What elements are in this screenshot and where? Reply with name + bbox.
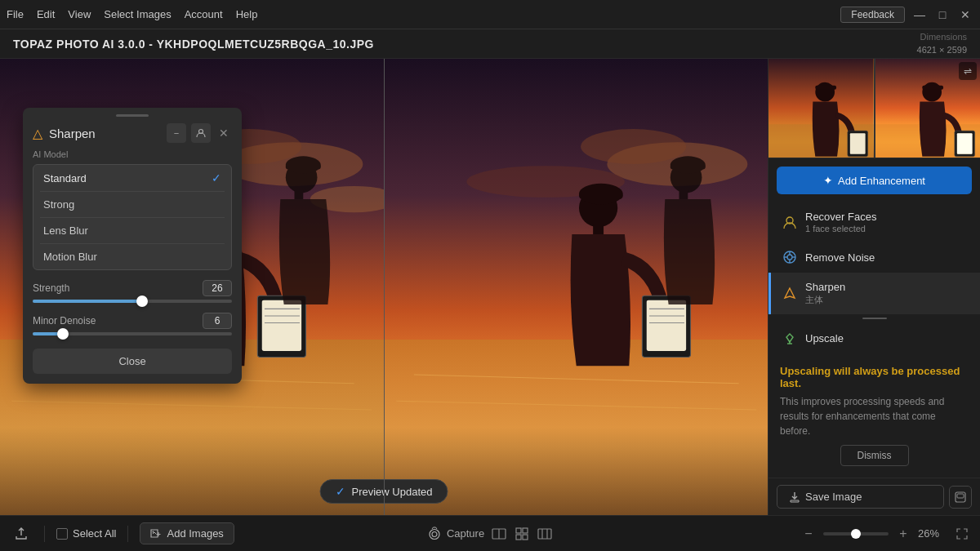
upscale-icon [782,331,797,345]
svg-point-51 [922,82,942,102]
menu-help[interactable]: Help [236,8,258,20]
toolbar-center: Capture [427,526,553,542]
recover-faces-name: Recover Faces [805,211,969,223]
enhancement-upscale[interactable]: Upscale [768,322,980,353]
zoom-slider[interactable] [823,532,889,535]
close-button[interactable]: ✕ [957,7,973,23]
panel-title: Sharpen [49,127,96,140]
app-title: TOPAZ PHOTO AI 3.0.0 - YKHDPOQLMETCUZ5RB… [13,38,374,51]
svg-point-20 [286,156,321,174]
zoom-minus-button[interactable]: − [800,526,817,542]
minimize-button[interactable]: — [911,7,928,23]
model-dropdown[interactable]: Standard ✓ Strong Lens Blur Motion Blur [33,164,232,270]
toolbar-right: − + 26% [553,526,970,542]
strength-label: Strength [33,282,69,294]
add-enhancement-button[interactable]: ✦ Add Enhancement [777,167,972,194]
add-enhancement-label: Add Enhancement [838,175,925,187]
recover-faces-sub: 1 face selected [805,224,969,233]
zoom-value: 26% [918,527,947,540]
menu-file[interactable]: File [7,8,24,20]
upscale-name: Upscale [805,332,969,344]
svg-point-24 [581,129,686,164]
minor-denoise-row: Minor Denoise 6 [33,313,232,329]
zoom-plus-button[interactable]: + [895,526,911,542]
svg-rect-14 [262,300,301,351]
strength-slider[interactable] [33,300,232,303]
compare-icon[interactable] [491,526,507,542]
feedback-button[interactable]: Feedback [840,7,905,23]
close-panel-button[interactable]: Close [33,349,232,374]
menu-view[interactable]: View [68,8,91,20]
export-options-button[interactable] [949,486,972,509]
svg-rect-72 [523,535,528,540]
svg-point-65 [430,529,439,539]
panel-drag-bar[interactable] [23,108,242,120]
svg-rect-73 [538,529,551,539]
checkmark-icon: ✓ [212,171,221,184]
svg-point-64 [153,531,154,532]
app-header: TOPAZ PHOTO AI 3.0.0 - YKHDPOQLMETCUZ5RB… [0,29,980,59]
panel-header: △ Sharpen − ✕ [23,120,242,149]
svg-rect-34 [646,300,685,351]
strength-fill [33,300,142,303]
select-all-checkbox[interactable]: Select All [56,527,116,540]
svg-rect-70 [523,528,528,533]
menu-select-images[interactable]: Select Images [104,8,171,20]
toolbar-divider-1 [44,526,45,542]
minor-denoise-slider[interactable] [33,332,232,335]
canvas-area[interactable]: △ Sharpen − ✕ AI Model [0,59,768,515]
svg-point-66 [432,531,437,536]
minor-denoise-value[interactable]: 6 [203,313,232,329]
titlebar: File Edit View Select Images Account Hel… [0,0,980,29]
dimensions-value: 4621 × 2599 [917,44,967,56]
svg-point-40 [670,156,705,174]
sparkle-icon: ✦ [823,174,833,187]
svg-rect-54 [956,133,972,154]
minor-denoise-thumb[interactable] [57,328,69,340]
model-lens-blur[interactable]: Lens Blur [33,218,231,243]
capture-label: Capture [447,527,484,540]
enhancement-recover-faces[interactable]: Recover Faces 1 face selected [768,202,980,242]
upscale-text: Upscale [805,332,969,344]
capture-button[interactable]: Capture [427,527,484,541]
menu-account[interactable]: Account [185,8,223,20]
maximize-button[interactable]: □ [934,7,951,23]
strength-value[interactable]: 26 [203,280,232,296]
zoom-expand-button[interactable] [954,526,970,542]
model-strong[interactable]: Strong [33,192,231,217]
svg-rect-46 [815,86,836,90]
checkbox-icon [56,528,68,540]
enhancement-remove-noise[interactable]: Remove Noise [768,242,980,273]
upload-button[interactable] [10,522,33,545]
panel-subtract-button[interactable]: − [167,123,186,143]
add-images-button[interactable]: Add Images [140,522,234,544]
svg-point-45 [815,82,835,102]
minor-denoise-label: Minor Denoise [33,315,96,327]
save-section: Save Image [768,478,980,515]
save-icon [789,491,800,503]
split-icon[interactable] [537,526,553,542]
main-layout: △ Sharpen − ✕ AI Model [0,59,980,515]
model-standard-label: Standard [43,172,87,184]
sharpen-list-icon [782,287,797,301]
separator [768,314,980,322]
strength-thumb[interactable] [136,295,148,307]
menu-edit[interactable]: Edit [37,8,55,20]
model-motion-blur[interactable]: Motion Blur [33,244,231,269]
panel-body: AI Model Standard ✓ Strong Lens Blur [23,149,242,384]
faces-icon [782,215,797,229]
panel-close-button[interactable]: ✕ [216,125,232,141]
grid-icon[interactable] [514,526,530,542]
panel-person-button[interactable] [191,123,211,143]
sharpen-icon: △ [33,126,42,141]
preview-check-icon: ✓ [336,485,345,498]
enhancement-sharpen[interactable]: Sharpen 主体 [768,273,980,314]
warning-text: This improves processing speeds and resu… [780,394,969,438]
save-image-button[interactable]: Save Image [777,485,944,509]
dismiss-button[interactable]: Dismiss [840,445,909,466]
svg-rect-71 [516,535,521,540]
zoom-thumb[interactable] [851,529,861,539]
thumbnail-action-button[interactable]: ⇌ [959,62,977,80]
drag-indicator [116,114,149,117]
model-standard[interactable]: Standard ✓ [33,165,231,191]
